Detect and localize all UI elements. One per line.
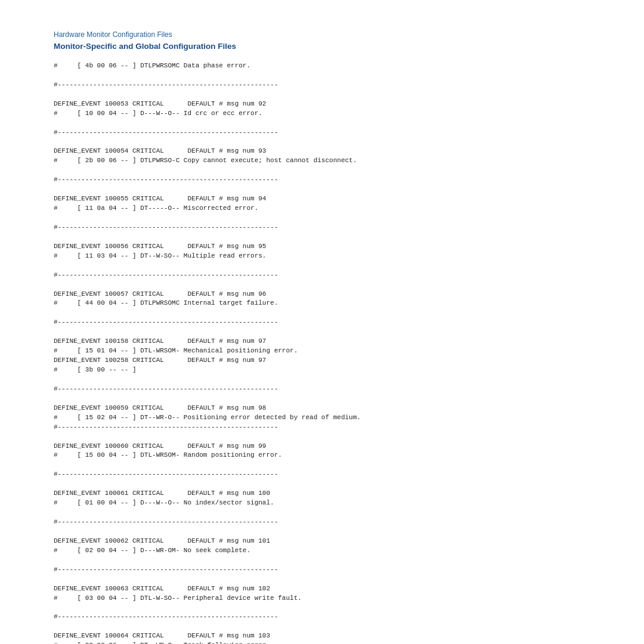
section-title: Monitor-Specific and Global Configuratio… (54, 42, 590, 51)
breadcrumb-link[interactable]: Hardware Monitor Configuration Files (54, 30, 172, 39)
breadcrumb: Hardware Monitor Configuration Files (54, 29, 590, 39)
code-block: # [ 4b 00 06 -- ] DTLPWRSOMC Data phase … (54, 61, 590, 644)
page-container: Hardware Monitor Configuration Files Mon… (0, 0, 644, 644)
